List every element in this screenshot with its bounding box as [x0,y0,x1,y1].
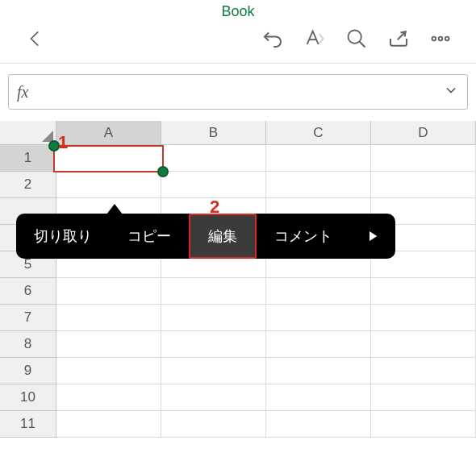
cell[interactable] [371,358,476,384]
cell[interactable] [161,145,266,172]
cell[interactable] [371,145,476,172]
cell[interactable] [56,172,161,198]
formula-bar[interactable]: fx [8,74,468,110]
cell[interactable] [266,278,371,305]
cell[interactable] [371,305,476,331]
cell[interactable] [56,278,161,305]
cell[interactable] [266,384,371,411]
row-header[interactable]: 8 [0,331,56,358]
column-header[interactable]: C [266,121,371,145]
column-header-row: A B C D [0,121,476,145]
svg-point-5 [445,37,449,41]
context-menu-edit[interactable]: 編集 [189,214,257,259]
share-icon[interactable] [378,18,420,60]
context-menu-cut[interactable]: 切り取り [16,214,110,259]
cell[interactable] [161,384,266,411]
chevron-down-icon[interactable] [443,82,459,102]
svg-line-2 [360,42,365,48]
fx-label: fx [17,83,28,102]
font-icon[interactable] [294,18,336,60]
cell[interactable] [161,172,266,198]
cell[interactable] [161,331,266,358]
cell[interactable] [266,172,371,198]
row-header[interactable]: 11 [0,411,56,438]
cell[interactable] [161,278,266,305]
row-header[interactable]: 10 [0,384,56,411]
cell[interactable] [161,411,266,438]
row-header[interactable]: 1 [0,145,56,172]
toolbar [0,18,476,60]
svg-marker-6 [370,231,377,241]
column-header[interactable]: A [56,121,161,145]
cell-selection[interactable] [53,145,164,172]
selection-handle[interactable] [157,166,169,177]
context-menu-more[interactable] [350,214,395,259]
context-menu-copy[interactable]: コピー [110,214,189,259]
cell[interactable] [371,331,476,358]
cell[interactable] [56,331,161,358]
svg-point-1 [349,31,361,44]
cell[interactable] [266,305,371,331]
context-menu-comment[interactable]: コメント [257,214,350,259]
undo-icon[interactable] [252,18,294,60]
search-icon[interactable] [336,18,378,60]
svg-point-3 [432,37,436,41]
toolbar-separator [0,63,476,64]
cell[interactable] [266,411,371,438]
cell[interactable] [371,384,476,411]
cell[interactable] [371,172,476,198]
cell[interactable] [371,278,476,305]
column-header[interactable]: D [371,121,476,145]
cell[interactable] [56,411,161,438]
cell[interactable] [161,305,266,331]
cell[interactable] [56,358,161,384]
more-icon[interactable] [420,18,461,60]
context-menu: 切り取り コピー 編集 コメント [16,214,395,259]
row-header[interactable]: 9 [0,358,56,384]
cell[interactable] [161,358,266,384]
formula-input[interactable] [36,85,443,99]
row-header[interactable]: 7 [0,305,56,331]
row-header[interactable]: 2 [0,172,56,198]
annotation-1: 1 [58,132,68,153]
select-all-corner[interactable] [0,121,56,145]
cell[interactable] [266,358,371,384]
column-header[interactable]: B [161,121,266,145]
row-header[interactable]: 6 [0,278,56,305]
svg-point-4 [439,37,443,41]
cell[interactable] [56,305,161,331]
back-icon[interactable] [15,18,56,60]
cell[interactable] [56,384,161,411]
cell[interactable] [266,331,371,358]
cell[interactable] [266,145,371,172]
cell[interactable] [371,411,476,438]
